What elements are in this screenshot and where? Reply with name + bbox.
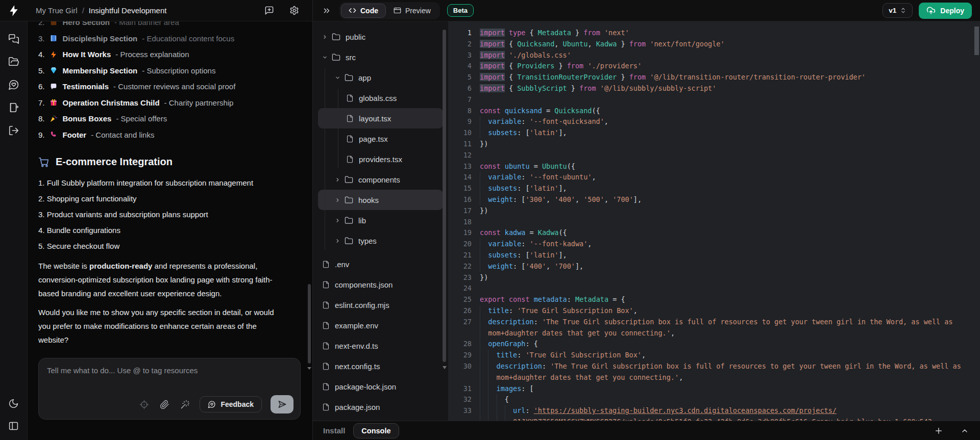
file-icon [346,94,354,102]
file-row-next-env.d.ts[interactable]: next-env.d.ts [318,335,443,356]
app-logo[interactable] [0,0,28,21]
code-line[interactable]: 33url: 'https://subbly-staging-builder.n… [448,405,980,421]
code-line[interactable]: 27description: 'The True Girl subscripti… [448,317,980,339]
code-line[interactable]: 29title: 'True Girl Subscription Box', [448,350,980,361]
enhance-prompt-button[interactable] [179,399,191,410]
folder-row-components[interactable]: components [318,169,443,190]
code-line[interactable]: 7 [448,94,980,106]
file-row-globals.css[interactable]: globals.css [318,88,443,108]
version-label: v1 [889,7,896,14]
code-line[interactable]: 15subsets: ['latin'], [448,183,980,194]
attach-file-button[interactable] [159,399,170,410]
file-icon [322,383,330,391]
folder-row-app[interactable]: app [318,67,443,88]
code-line[interactable]: 8const quicksand = Quicksand({ [448,106,980,117]
settings-button[interactable] [288,5,300,16]
code-line[interactable]: 30description: 'The True Girl subscripti… [448,361,980,383]
toggle-sidebar-button[interactable] [7,420,20,432]
file-row-page.tsx[interactable]: page.tsx [318,128,443,149]
code-line[interactable]: 23}) [448,272,980,283]
code-editor[interactable]: 1import type { Metadata } from 'next'2im… [448,21,980,421]
file-row-layout.tsx[interactable]: layout.tsx [318,108,443,128]
code-line[interactable]: 21subsets: ['latin'], [448,250,980,261]
folder-row-lib[interactable]: lib [318,210,443,230]
code-line[interactable]: 26title: 'True Girl Subscription Box', [448,305,980,317]
folder-row-types[interactable]: types [318,230,443,251]
item-title: Membership Section [63,66,138,75]
code-line[interactable]: 5import { TransitionRouterProvider } fro… [448,72,980,83]
deploy-button[interactable]: Deploy [919,3,972,19]
file-row-example.env[interactable]: example.env [318,315,443,335]
file-row-next.config.ts[interactable]: next.config.ts [318,356,443,376]
code-line[interactable]: 25export const metadata: Metadata = { [448,294,980,305]
scroll-down-indicator[interactable] [307,367,311,370]
install-button[interactable]: Install [323,426,345,435]
code-line[interactable]: 22weight: ['400', '700'], [448,261,980,272]
file-row-components.json[interactable]: components.json [318,274,443,295]
code-icon [349,7,356,14]
code-line[interactable]: 3import './globals.css' [448,50,980,61]
code-line[interactable]: 18 [448,217,980,228]
projects-nav-button[interactable] [7,55,20,68]
file-row-providers.tsx[interactable]: providers.tsx [318,149,443,169]
feedback-button[interactable]: Feedback [200,396,262,412]
file-label: eslint.config.mjs [335,301,389,309]
send-button[interactable] [271,395,293,413]
feedback-nav-button[interactable] [7,78,20,91]
chat-scrollbar[interactable] [308,284,311,364]
code-line[interactable]: 11}) [448,139,980,150]
version-selector[interactable]: v1 [883,3,913,18]
expand-console-button[interactable] [960,426,970,436]
theme-toggle-button[interactable] [7,397,20,410]
file-explorer-scroll-down[interactable] [443,366,447,369]
file-row-.env[interactable]: .env [318,254,443,274]
file-explorer-scrollbar[interactable] [443,30,446,362]
file-row-package.json[interactable]: package.json [318,397,443,417]
folder-row-hooks[interactable]: hooks [318,190,443,210]
code-line[interactable]: 4import { Providers } from './providers' [448,61,980,72]
logout-nav-button[interactable] [7,124,20,137]
code-line[interactable]: 12 [448,150,980,161]
select-element-button[interactable] [138,399,150,410]
tab-preview[interactable]: Preview [386,4,438,18]
code-line[interactable]: 31images: [ [448,383,980,395]
folder-row-public[interactable]: public [318,27,443,47]
message-square-plus-icon [264,6,274,15]
code-line[interactable]: 16weight: ['300', '400', '500', '700'], [448,194,980,205]
docs-nav-button[interactable] [7,101,20,114]
code-line-content: }) [480,205,980,217]
code-line[interactable]: 20variable: '--font-kadwa', [448,239,980,250]
code-line[interactable]: 17}) [448,205,980,217]
file-row-package-lock.json[interactable]: package-lock.json [318,376,443,397]
new-terminal-button[interactable] [933,425,944,436]
code-line[interactable]: 28openGraph: { [448,339,980,350]
ecommerce-features-list: 1. Full Subbly platform integration for … [38,175,298,254]
code-line-content: const ubuntu = Ubuntu({ [480,161,980,172]
new-chat-button[interactable] [263,5,275,16]
tab-code[interactable]: Code [341,4,386,18]
code-line[interactable]: 10subsets: ['latin'], [448,127,980,139]
code-line-content: openGraph: { [480,339,980,350]
code-line[interactable]: 9variable: '--font-quicksand', [448,116,980,127]
section-list-item: 7.Operation Christmas Child- Charity par… [38,95,298,111]
item-number: 6. [38,82,45,91]
code-line[interactable]: 1import type { Metadata } from 'next' [448,28,980,39]
console-button[interactable]: Console [353,423,399,438]
code-line[interactable]: 6import { SubblyScript } from '@/lib/sub… [448,83,980,94]
collapse-panel-button[interactable] [321,5,332,16]
folder-row-src[interactable]: src [318,47,443,67]
code-line[interactable]: 24 [448,283,980,294]
item-title: How It Works [63,50,111,59]
file-row-eslint.config.mjs[interactable]: eslint.config.mjs [318,295,443,315]
editor-scrollbar[interactable] [974,27,979,55]
breadcrumb-project[interactable]: My True Girl [36,6,78,15]
chat-input[interactable]: Tell me what to do... Use @ to tag resou… [38,358,301,420]
chats-nav-button[interactable] [7,32,20,45]
code-line[interactable]: 19const kadwa = Kadwa({ [448,227,980,239]
code-line[interactable]: 32{ [448,394,980,405]
code-line[interactable]: 13const ubuntu = Ubuntu({ [448,161,980,172]
ecommerce-heading: E-commerce Integration [38,156,298,168]
code-line[interactable]: 14variable: '--font-ubuntu', [448,172,980,183]
line-number: 6 [448,83,480,94]
code-line[interactable]: 2import { Quicksand, Ubuntu, Kadwa } fro… [448,39,980,50]
